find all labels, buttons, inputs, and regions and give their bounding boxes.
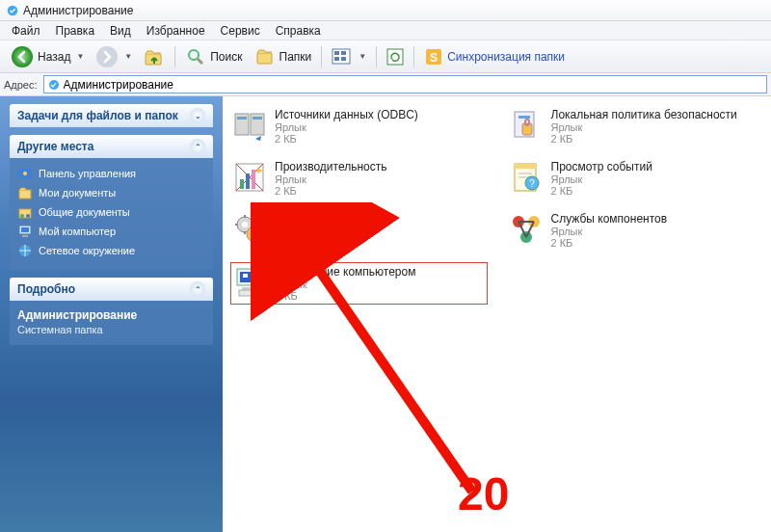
svg-text:S: S (430, 51, 438, 65)
shared-docs-icon (17, 204, 33, 220)
chevron-down-icon: ⌄ (190, 108, 205, 123)
odbc-icon (232, 108, 267, 143)
link-my-computer[interactable]: Мой компьютер (17, 222, 205, 241)
item-type: Ярлык (276, 279, 415, 290)
item-size: 2 КБ (275, 185, 386, 197)
item-type: Ярлык (551, 121, 737, 133)
svg-point-47 (252, 231, 257, 237)
item-size: 2 КБ (275, 133, 418, 145)
svg-line-5 (198, 59, 202, 64)
svg-rect-10 (341, 51, 346, 55)
svg-point-21 (26, 214, 30, 218)
chevron-up-icon: ⌃ (190, 281, 205, 297)
toolbar-separator-2 (321, 46, 322, 67)
svg-rect-11 (341, 57, 346, 61)
menu-favorites[interactable]: Избранное (139, 22, 213, 40)
panel-head-other-places[interactable]: Другие места ⌃ (10, 135, 213, 158)
details-title: Администрирование (17, 306, 205, 324)
link-control-panel[interactable]: Панель управления (17, 164, 205, 183)
svg-point-45 (242, 222, 248, 227)
item-name: Службы (275, 212, 318, 226)
menu-bar: Файл Правка Вид Избранное Сервис Справка (0, 21, 771, 40)
svg-rect-28 (237, 117, 247, 120)
item-odbc[interactable]: Источники данных (ODBC) Ярлык 2 КБ (230, 106, 488, 146)
svg-rect-8 (334, 51, 339, 55)
forward-icon (95, 45, 119, 68)
computer-icon (17, 224, 33, 239)
link-label: Панель управления (39, 168, 136, 179)
svg-rect-6 (257, 53, 272, 64)
panel-head-file-tasks[interactable]: Задачи для файлов и папок ⌄ (10, 104, 213, 127)
views-icon (332, 47, 353, 66)
item-name: Просмотр событий (551, 160, 652, 173)
search-icon (185, 46, 206, 67)
computer-management-icon (233, 265, 268, 300)
menu-file[interactable]: Файл (4, 22, 48, 40)
menu-tools[interactable]: Сервис (213, 22, 268, 40)
chevron-up-icon: ⌃ (190, 139, 205, 154)
link-label: Общие документы (39, 206, 130, 218)
link-my-documents[interactable]: Мои документы (17, 183, 205, 202)
item-size: 2 КБ (551, 185, 652, 197)
svg-point-1 (12, 46, 33, 67)
folders-button[interactable]: Папки (250, 44, 317, 69)
views-dropdown-icon: ▼ (359, 52, 366, 61)
item-component-services[interactable]: Службы компонентов Ярлык 2 КБ (507, 210, 764, 251)
link-label: Мой компьютер (39, 226, 116, 237)
up-button[interactable] (139, 44, 170, 69)
link-network[interactable]: Сетевое окружение (17, 241, 205, 260)
item-name: Производительность (275, 160, 386, 173)
toolbar-separator (174, 46, 175, 67)
svg-rect-39 (515, 164, 536, 169)
forward-button[interactable]: ▼ (91, 43, 137, 70)
back-dropdown-icon: ▼ (76, 52, 84, 61)
panel-head-details[interactable]: Подробно ⌃ (10, 278, 213, 301)
back-button[interactable]: Назад ▼ (6, 43, 89, 70)
svg-rect-18 (19, 190, 31, 199)
svg-rect-31 (518, 116, 530, 119)
details-sub: Системная папка (17, 324, 205, 335)
address-field[interactable] (43, 75, 767, 93)
sync-button[interactable]: S Синхронизация папки (419, 45, 570, 68)
services-icon (232, 212, 267, 247)
svg-rect-9 (334, 57, 339, 61)
svg-rect-37 (252, 170, 255, 189)
menu-view[interactable]: Вид (102, 22, 139, 40)
item-type: Ярлык (275, 226, 318, 237)
svg-rect-12 (387, 49, 403, 65)
refresh-icon (386, 48, 404, 66)
item-local-security[interactable]: Локальная политика безопасности Ярлык 2 … (507, 106, 764, 146)
panel-body-other-places: Панель управления Мои документы Общие до… (10, 158, 213, 270)
network-icon (17, 243, 33, 258)
search-button[interactable]: Поиск (180, 44, 247, 69)
link-label: Мои документы (39, 187, 116, 199)
item-size: 2 КБ (275, 237, 318, 249)
window-icon (6, 4, 19, 17)
svg-rect-35 (240, 179, 244, 189)
item-name: Источники данных (ODBC) (275, 108, 418, 121)
item-computer-management[interactable]: Управление компьютером Ярлык 2 КБ (230, 262, 488, 305)
svg-rect-23 (21, 227, 29, 232)
documents-icon (17, 185, 33, 200)
item-services[interactable]: Службы Ярлык 2 КБ (230, 210, 488, 251)
item-event-viewer[interactable]: ? Просмотр событий Ярлык 2 КБ (507, 158, 764, 199)
views-button[interactable]: ▼ (327, 45, 371, 68)
svg-rect-60 (243, 274, 248, 278)
link-shared-documents[interactable]: Общие документы (17, 202, 205, 222)
panel-file-tasks: Задачи для файлов и папок ⌄ (10, 104, 213, 127)
folders-label: Папки (279, 50, 312, 64)
refresh-button[interactable] (382, 46, 409, 67)
event-viewer-icon: ? (509, 160, 544, 195)
search-label: Поиск (210, 50, 242, 64)
component-services-icon (509, 212, 544, 247)
folders-icon (254, 46, 276, 67)
items-grid: Источники данных (ODBC) Ярлык 2 КБ Локал… (230, 106, 763, 305)
sync-icon: S (424, 47, 443, 66)
item-performance[interactable]: Производительность Ярлык 2 КБ (230, 158, 488, 199)
address-input[interactable] (64, 78, 763, 92)
svg-text:?: ? (529, 178, 535, 189)
address-label: Адрес: (4, 79, 38, 91)
menu-help[interactable]: Справка (268, 22, 329, 40)
menu-edit[interactable]: Правка (48, 22, 103, 40)
item-name: Управление компьютером (276, 265, 415, 279)
